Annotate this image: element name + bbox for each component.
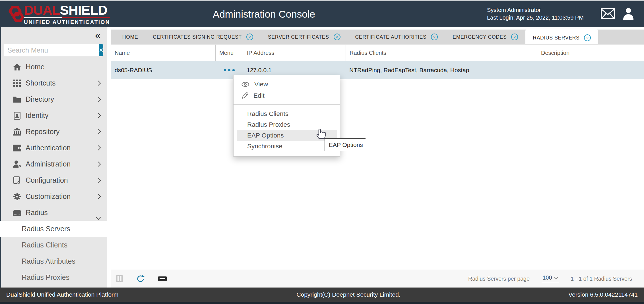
gear-icon: [12, 193, 22, 201]
column-settings-icon[interactable]: [116, 275, 123, 282]
wallet-icon: [12, 145, 22, 151]
tab-radius-servers[interactable]: RADIUS SERVERS×: [525, 30, 598, 46]
logo-rule: [24, 17, 110, 18]
chevron-right-icon: [96, 178, 101, 183]
close-icon[interactable]: ×: [584, 34, 591, 41]
page-title: Administration Console: [213, 9, 315, 20]
tab-certificates-signing-request[interactable]: CERTIFICATES SIGNING REQUEST×: [145, 30, 261, 44]
sidebar: « × Home Shortcuts Directory Identity Re…: [0, 27, 107, 288]
column-header-ip: IP Address: [243, 45, 346, 61]
close-icon[interactable]: ×: [334, 34, 340, 40]
user-info: System Administrator Last Login: Apr 25,…: [487, 6, 584, 22]
per-page-select[interactable]: 100: [542, 274, 559, 283]
cell-name: ds05-RADIUS: [111, 61, 215, 79]
folder-icon: [12, 96, 22, 103]
app-footer: DualShield Unified Authentication Platfo…: [0, 288, 644, 302]
pencil-icon: [242, 92, 248, 99]
bank-icon: [12, 128, 22, 136]
sidebar-item-radius-proxies[interactable]: Radius Proxies: [0, 269, 107, 286]
chevron-right-icon: [96, 145, 101, 150]
menu-item-view[interactable]: View: [234, 79, 340, 90]
sidebar-item-configuration[interactable]: Configuration: [0, 172, 107, 188]
collapse-panel-icon[interactable]: [158, 276, 167, 281]
menu-item-edit[interactable]: Edit: [234, 90, 340, 101]
chevron-right-icon: [96, 194, 101, 199]
cursor-pointer-icon: [315, 126, 327, 139]
user-profile-icon[interactable]: [622, 7, 634, 20]
close-icon[interactable]: ×: [246, 34, 253, 40]
home-icon: [12, 63, 22, 71]
sidebar-item-radius[interactable]: Radius: [0, 205, 107, 221]
chevron-right-icon: [96, 129, 101, 134]
chevron-down-icon: [554, 275, 558, 279]
search-input[interactable]: [4, 44, 99, 56]
close-icon[interactable]: ×: [511, 34, 518, 40]
chevron-right-icon: [96, 97, 101, 102]
mail-icon[interactable]: [601, 8, 615, 19]
sidebar-item-authentication[interactable]: Authentication: [0, 140, 107, 156]
footer-copyright-text: Copyright(C) Deepnet Security Limited.: [296, 291, 400, 298]
cell-clients: NTRadPing, RadEapTest, Barracuda, Hostap: [346, 61, 537, 79]
footer-platform-text: DualShield Unified Authentication Platfo…: [6, 291, 119, 298]
main-content: HOME CERTIFICATES SIGNING REQUEST× SERVE…: [111, 27, 644, 288]
pagination-range: 1 - 1 of 1 Radius Servers: [571, 276, 632, 282]
window-bottom-strip: [0, 302, 644, 304]
table-row[interactable]: ds05-RADIUS 127.0.0.1 NTRadPing, RadEapT…: [111, 61, 644, 79]
row-context-menu: View Edit Radius Clients Radius Proxies …: [233, 75, 340, 157]
sidebar-item-radius-servers[interactable]: Radius Servers: [0, 221, 107, 237]
tab-server-certificates[interactable]: SERVER CERTIFICATES×: [261, 30, 348, 44]
column-header-description: Description: [537, 45, 644, 61]
tab-home[interactable]: HOME: [115, 30, 145, 44]
sidebar-item-customization[interactable]: Customization: [0, 188, 107, 205]
close-icon[interactable]: ×: [431, 34, 438, 40]
menu-item-synchronise[interactable]: Synchronise: [234, 141, 340, 152]
doc-gear-icon: [12, 176, 22, 184]
tab-certificate-authorities[interactable]: CERTIFICATE AUTHORITIES×: [348, 30, 445, 44]
tab-emergency-codes[interactable]: EMERGENCY CODES×: [445, 30, 525, 44]
sidebar-item-repository[interactable]: Repository: [0, 124, 107, 140]
sidebar-item-administration[interactable]: Administration: [0, 156, 107, 172]
per-page-label: Radius Servers per page: [468, 276, 530, 282]
menu-separator: [234, 104, 340, 105]
chevron-right-icon: [96, 113, 101, 118]
search-clear-button[interactable]: ×: [99, 44, 103, 56]
dualshield-logo: DUALSHIELD UNIFIED AUTHENTICATION: [6, 3, 110, 25]
row-menu-button[interactable]: [224, 69, 235, 71]
cell-description: [537, 61, 644, 79]
user-name: System Administrator: [487, 6, 584, 14]
column-header-name: Name: [111, 45, 215, 61]
table-header: Name Menu IP Address Radius Clients Desc…: [111, 44, 644, 61]
footer-version-text: Version 6.5.0.0422114741: [568, 291, 638, 298]
column-header-clients: Radius Clients: [346, 45, 537, 61]
logo-subtitle: UNIFIED AUTHENTICATION: [24, 19, 110, 25]
grid-toolbar: Radius Servers per page 100 1 - 1 of 1 R…: [111, 270, 644, 288]
sidebar-item-radius-clients[interactable]: Radius Clients: [0, 237, 107, 253]
app-header: DUALSHIELD UNIFIED AUTHENTICATION Admini…: [0, 1, 644, 27]
sidebar-item-home[interactable]: Home: [0, 59, 107, 75]
eap-options-tooltip: EAP Options: [325, 138, 366, 151]
sidebar-nav: Home Shortcuts Directory Identity Reposi…: [0, 59, 107, 286]
chevron-right-icon: [96, 80, 101, 86]
id-card-icon: [12, 112, 22, 120]
chevron-right-icon: [96, 161, 101, 166]
eye-icon: [242, 82, 249, 87]
last-login: Last Login: Apr 25, 2022, 11:03:59 PM: [487, 14, 584, 22]
sidebar-item-shortcuts[interactable]: Shortcuts: [0, 75, 107, 91]
tab-bar: HOME CERTIFICATES SIGNING REQUEST× SERVE…: [111, 30, 644, 44]
grid-icon: [12, 80, 22, 87]
chevron-down-icon: [96, 215, 101, 220]
menu-item-radius-clients[interactable]: Radius Clients: [234, 109, 340, 119]
server-icon: [12, 210, 22, 216]
refresh-icon[interactable]: [136, 274, 145, 283]
sidebar-item-directory[interactable]: Directory: [0, 91, 107, 107]
column-header-menu: Menu: [215, 45, 243, 61]
sidebar-item-radius-attributes[interactable]: Radius Attributes: [0, 253, 107, 269]
user-gear-icon: [12, 160, 22, 168]
logo-wordmark: DUALSHIELD: [24, 3, 110, 17]
sidebar-collapse-button[interactable]: «: [95, 30, 101, 41]
sidebar-item-identity[interactable]: Identity: [0, 107, 107, 124]
